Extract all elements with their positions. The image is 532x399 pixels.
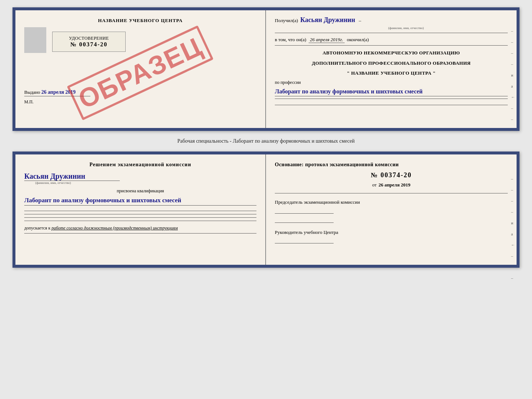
допуск-value: работе согласно должностным (производств… — [51, 225, 178, 231]
допуск-block: допускается к работе согласно должностны… — [24, 225, 256, 231]
top-certificate-card: НАЗВАНИЕ УЧЕБНОГО ЦЕНТРА УДОСТОВЕРЕНИЕ №… — [12, 7, 520, 131]
completed-date: 26 апреля 2019г. — [309, 37, 345, 43]
org-line1: АВТОНОМНУЮ НЕКОММЕРЧЕСКУЮ ОРГАНИЗАЦИЮ — [275, 49, 508, 57]
photo-placeholder — [24, 27, 46, 53]
completed-suffix: окончил(а) — [347, 37, 369, 43]
head-signature-line — [275, 243, 334, 243]
issued-label: Выдано — [24, 89, 40, 95]
bottom-card-left: Решением экзаменационной комиссии Касьян… — [15, 154, 266, 265]
chairman-label: Председатель экзаменационной комиссии — [275, 199, 508, 206]
date-prefix: от — [372, 182, 377, 188]
qualification-value: Лаборант по анализу формовочных и шихтов… — [24, 195, 256, 206]
profession-prefix: по профессии — [275, 80, 508, 85]
top-left-title: НАЗВАНИЕ УЧЕБНОГО ЦЕНТРА — [24, 18, 256, 24]
certificate-block: УДОСТОВЕРЕНИЕ № 00374-20 — [52, 32, 126, 52]
допуск-prefix: допускается к — [24, 225, 50, 231]
bottom-certificate-card: Решением экзаменационной комиссии Касьян… — [12, 152, 520, 268]
fio-sublabel: (фамилия, имя, отчество) — [304, 26, 508, 30]
protocol-number: № 00374-20 — [275, 171, 508, 179]
cert-number: № 00374-20 — [70, 41, 107, 48]
top-card-left: НАЗВАНИЕ УЧЕБНОГО ЦЕНТРА УДОСТОВЕРЕНИЕ №… — [15, 10, 266, 128]
head-label: Руководитель учебного Центра — [275, 229, 508, 236]
person-name: Касьян Дружинин — [24, 172, 85, 181]
divider2 — [275, 45, 508, 46]
bottom-card-right: Основание: протокол экзаменационной коми… — [266, 154, 517, 265]
org-line2: ДОПОЛНИТЕЛЬНОГО ПРОФЕССИОНАЛЬНОГО ОБРАЗО… — [275, 60, 508, 67]
decision-label: Решением экзаменационной комиссии — [24, 162, 256, 168]
mp-label: М.П. — [24, 99, 256, 105]
received-name: Касьян Дружинин — [300, 16, 355, 24]
protocol-date-line: от 26 апреля 2019 — [275, 182, 508, 188]
completed-prefix: в том, что он(а) — [275, 37, 306, 43]
right-side-marks: – – – – и а ← – – – — [511, 29, 515, 132]
protocol-date: 26 апреля 2019 — [378, 182, 410, 188]
divider1 — [275, 33, 508, 33]
specialty-label: Рабочая специальность - Лаборант по анал… — [177, 137, 355, 146]
basis-label: Основание: протокол экзаменационной коми… — [275, 162, 508, 168]
received-label: Получил(а) — [275, 18, 298, 24]
completed-field: в том, что он(а) 26 апреля 2019г. окончи… — [275, 37, 508, 43]
bottom-right-side-marks: – – – – и а ← – – – — [511, 177, 515, 280]
org-line3: " НАЗВАНИЕ УЧЕБНОГО ЦЕНТРА " — [275, 70, 508, 77]
received-field: Получил(а) Касьян Дружинин – — [275, 16, 508, 24]
top-card-right: Получил(а) Касьян Дружинин – (фамилия, и… — [266, 10, 517, 128]
qualification-prefix: присвоена квалификация — [24, 188, 256, 194]
issued-line: Выдано 26 апреля 2019 — [24, 89, 256, 95]
chairman-signature-line — [275, 213, 334, 214]
issued-date: 26 апреля 2019 — [42, 89, 76, 95]
profession-value: Лаборант по анализу формовочных и шихтов… — [275, 87, 508, 97]
cert-label: УДОСТОВЕРЕНИЕ — [69, 36, 109, 41]
bottom-fio-sublabel: (фамилия, имя, отчество) — [35, 181, 71, 185]
